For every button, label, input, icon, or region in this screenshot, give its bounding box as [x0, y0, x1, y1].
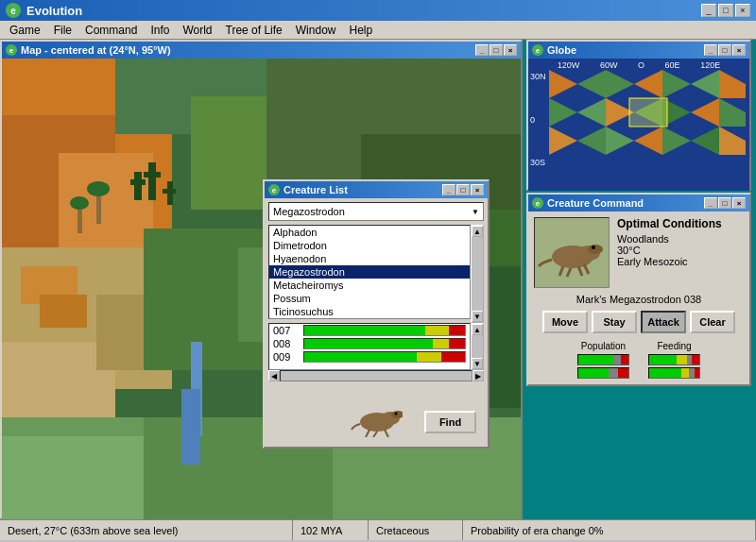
oc-title: Optimal Conditions: [617, 217, 722, 230]
stay-button[interactable]: Stay: [592, 311, 637, 333]
h-scroll-right[interactable]: ▶: [472, 370, 484, 381]
close-button[interactable]: ×: [735, 4, 750, 17]
pop-bar-1-green: [578, 355, 613, 364]
creature-portrait-svg: [537, 227, 608, 279]
creature-cmd-maximize[interactable]: □: [718, 197, 731, 209]
globe-content: 30N 0 30S: [528, 70, 749, 172]
id-bar-008-green: [304, 339, 433, 348]
list-item[interactable]: Dimetrodon: [269, 239, 470, 252]
svg-point-64: [592, 246, 595, 249]
id-scrollbar-v[interactable]: ▲ ▼: [471, 323, 484, 370]
status-era: Cretaceous: [369, 520, 463, 540]
id-bar-008-red: [449, 339, 465, 348]
creature-list-minimize[interactable]: _: [442, 184, 455, 195]
menu-bar: Game File Command Info World Tree of Lif…: [0, 21, 756, 40]
svg-rect-29: [40, 295, 87, 328]
creature-cmd-content: Optimal Conditions Woodlands 30°C Early …: [528, 212, 749, 384]
globe-close[interactable]: ×: [732, 44, 746, 56]
status-probability: Probability of era change 0%: [463, 520, 756, 540]
map-window-icon: e: [6, 44, 17, 56]
globe-lat-labels: 30N 0 30S: [528, 70, 549, 169]
dropdown-arrow-icon: ▼: [472, 208, 479, 216]
minimize-button[interactable]: _: [701, 4, 716, 17]
oc-temp: 30°C: [617, 245, 722, 256]
creature-list-close[interactable]: ×: [471, 184, 484, 195]
creature-command-window: e Creature Command _ □ ×: [526, 193, 751, 386]
species-dropdown[interactable]: Megazostrodon ▼: [268, 202, 484, 221]
list-scrollbar-v[interactable]: ▲ ▼: [471, 225, 484, 323]
svg-point-25: [87, 181, 110, 196]
creature-list-sprite: [351, 398, 403, 437]
feed-bar-2-green: [649, 368, 681, 378]
menu-world[interactable]: World: [177, 22, 217, 39]
globe-minimize[interactable]: _: [704, 44, 717, 56]
creature-list-maximize[interactable]: □: [456, 184, 470, 195]
list-item[interactable]: Metacheiromys: [269, 279, 470, 292]
creature-list-title: e Creature List _ □ ×: [265, 181, 488, 198]
menu-help[interactable]: Help: [343, 22, 378, 39]
pop-bar-1: [577, 354, 629, 365]
map-maximize[interactable]: □: [490, 44, 503, 56]
menu-tree-of-life[interactable]: Tree of Life: [220, 22, 288, 39]
map-window-title: e Map - centered at (24°N, 95°W) _ □ ×: [2, 42, 521, 59]
feed-bar-1-yellow: [677, 355, 687, 364]
scroll-up-button[interactable]: ▲: [472, 226, 483, 237]
pop-bar-1-red: [621, 355, 628, 364]
feed-bar-1-green: [649, 355, 677, 364]
id-scroll-down[interactable]: ▼: [472, 358, 483, 369]
globe-window: e Globe _ □ × 120W 60W O 60E 120E 30N 0: [526, 40, 751, 191]
feed-bar-2: [648, 367, 700, 379]
id-bar-009-green: [304, 352, 417, 362]
globe-map-svg: [549, 70, 746, 172]
creature-list-content: Megazostrodon ▼ Alphadon Dimetrodon Hyae…: [265, 198, 488, 441]
id-bar-007-green: [304, 326, 425, 335]
creature-info-area: Optimal Conditions Woodlands 30°C Early …: [534, 217, 744, 288]
list-item-selected[interactable]: Megazostrodon: [269, 265, 470, 279]
h-scroll-left[interactable]: ◀: [268, 370, 280, 381]
clear-button[interactable]: Clear: [690, 311, 735, 333]
find-button[interactable]: Find: [424, 411, 476, 433]
id-scroll-up[interactable]: ▲: [472, 324, 483, 335]
move-button[interactable]: Move: [542, 311, 588, 333]
list-item[interactable]: Alphadon: [269, 226, 470, 239]
globe-maximize[interactable]: □: [718, 44, 731, 56]
id-bar-009-yellow: [417, 352, 441, 362]
menu-info[interactable]: Info: [145, 22, 175, 39]
globe-lon-labels: 120W 60W O 60E 120E: [528, 59, 749, 70]
menu-game[interactable]: Game: [4, 22, 46, 39]
scroll-down-button[interactable]: ▼: [472, 311, 483, 322]
list-item[interactable]: Hyaenodon: [269, 252, 470, 265]
id-row-008: 008: [269, 337, 470, 350]
id-bar-009-red: [441, 352, 466, 362]
menu-file[interactable]: File: [48, 22, 77, 39]
maximize-button[interactable]: □: [718, 4, 733, 17]
id-row-007: 007: [269, 324, 470, 337]
feed-bar-1: [648, 354, 700, 365]
main-area: e Map - centered at (24°N, 95°W) _ □ ×: [0, 40, 756, 540]
svg-rect-18: [134, 172, 142, 200]
id-label-007: 007: [273, 325, 300, 336]
menu-window[interactable]: Window: [290, 22, 342, 39]
list-item[interactable]: Possum: [269, 292, 470, 305]
creature-portrait: [534, 217, 610, 288]
creature-cmd-close[interactable]: ×: [732, 197, 746, 209]
svg-rect-19: [130, 179, 146, 185]
menu-command[interactable]: Command: [79, 22, 143, 39]
h-scroll-track[interactable]: [280, 370, 472, 381]
creature-cmd-minimize[interactable]: _: [704, 197, 717, 209]
optimal-conditions: Optimal Conditions Woodlands 30°C Early …: [617, 217, 722, 288]
creature-list-icon: e: [268, 184, 280, 195]
globe-window-title: e Globe _ □ ×: [528, 42, 749, 59]
id-bar-007-red: [449, 326, 465, 335]
creature-cmd-title: e Creature Command _ □ ×: [528, 195, 749, 212]
svg-rect-20: [148, 162, 156, 200]
species-list[interactable]: Alphadon Dimetrodon Hyaenodon Megazostro…: [268, 225, 471, 319]
attack-button[interactable]: Attack: [641, 311, 686, 333]
scroll-track: [472, 237, 483, 311]
pop-bar-2: [577, 367, 629, 379]
creature-name: Mark's Megazostrodon 038: [534, 294, 744, 305]
list-item[interactable]: Ticinosuchus: [269, 305, 470, 318]
creature-list-window: e Creature List _ □ × Megazostrodon ▼ Al…: [263, 179, 490, 449]
map-minimize[interactable]: _: [475, 44, 489, 56]
map-close[interactable]: ×: [504, 44, 517, 56]
